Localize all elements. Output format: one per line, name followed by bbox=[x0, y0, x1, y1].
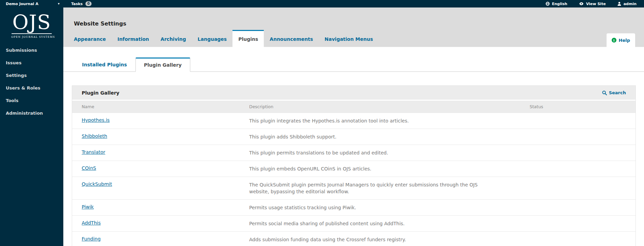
table-row: QuickSubmit The QuickSubmit plugin permi… bbox=[72, 177, 635, 200]
view-site-label: View Site bbox=[586, 2, 606, 6]
sidebar-item-label: Administration bbox=[6, 111, 43, 116]
plugin-name-link[interactable]: QuickSubmit bbox=[82, 181, 112, 187]
settings-tab-label: Archiving bbox=[161, 36, 186, 42]
plugins-subtab[interactable]: Plugin Gallery bbox=[135, 58, 190, 72]
sidebar-item-label: Users & Roles bbox=[6, 85, 41, 91]
column-header-description: Description bbox=[249, 101, 530, 113]
table-row: COinS This plugin embeds OpenURL COinS i… bbox=[72, 161, 635, 177]
sidebar-item[interactable]: Issues bbox=[0, 56, 63, 69]
settings-tab[interactable]: Appearance bbox=[68, 30, 112, 47]
main-area: Website Settings Appearance Information … bbox=[63, 7, 644, 246]
sidebar-item[interactable]: Settings bbox=[0, 69, 63, 82]
plugin-gallery-panel-header: Plugin Gallery Search bbox=[72, 86, 635, 101]
plugins-subtab[interactable]: Installed Plugins bbox=[74, 57, 135, 71]
ojs-logo-subtitle: OPEN JOURNAL SYSTEMS bbox=[11, 35, 52, 38]
search-button[interactable]: Search bbox=[602, 90, 626, 95]
plugin-name-link[interactable]: Piwik bbox=[82, 204, 94, 210]
journal-switcher[interactable]: Demo Journal A ▾ bbox=[0, 2, 60, 6]
plugin-name-link[interactable]: Shibboleth bbox=[82, 133, 107, 139]
plugin-description: This plugin adds Shibboleth support. bbox=[249, 133, 487, 140]
plugin-description: Permits usage statistics tracking using … bbox=[249, 204, 487, 211]
settings-tab[interactable]: Plugins bbox=[232, 30, 264, 47]
plugin-description: This plugin embeds OpenURL COinS in OJS … bbox=[249, 165, 487, 172]
settings-tab-label: Announcements bbox=[270, 36, 313, 42]
panel-title: Plugin Gallery bbox=[82, 90, 119, 96]
plugin-table-body: Hypothes.is This plugin integrates the H… bbox=[72, 113, 635, 246]
language-label: English bbox=[552, 2, 567, 6]
plugin-description: The QuickSubmit plugin permits Journal M… bbox=[249, 181, 487, 195]
search-label: Search bbox=[609, 90, 626, 95]
sidebar-item-label: Tools bbox=[6, 98, 18, 103]
settings-tab[interactable]: Languages bbox=[192, 30, 233, 47]
sidebar-item-label: Settings bbox=[6, 73, 27, 78]
sidebar-item-label: Submissions bbox=[6, 48, 37, 53]
table-row: Funding Adds submission funding data usi… bbox=[72, 232, 635, 246]
settings-tab-label: Appearance bbox=[74, 36, 106, 42]
tasks-label: Tasks bbox=[71, 2, 83, 6]
sidebar-item[interactable]: Administration bbox=[0, 107, 63, 119]
tasks-button[interactable]: Tasks 0 bbox=[71, 1, 92, 6]
page-header: Website Settings Appearance Information … bbox=[63, 7, 644, 47]
plugin-name-link[interactable]: Translator bbox=[82, 149, 105, 155]
plugins-subtab-label: Installed Plugins bbox=[82, 62, 127, 67]
settings-tab[interactable]: Archiving bbox=[155, 30, 192, 47]
plugins-subtabs: Installed Plugins Plugin Gallery bbox=[63, 57, 644, 72]
search-icon bbox=[602, 91, 607, 95]
tasks-count-badge: 0 bbox=[85, 1, 92, 6]
user-menu[interactable]: admin bbox=[617, 2, 637, 6]
view-site-link[interactable]: View Site bbox=[579, 2, 606, 6]
settings-tab-label: Information bbox=[117, 36, 149, 42]
settings-tab[interactable]: Navigation Menus bbox=[319, 30, 379, 47]
table-header-row: Name Description Status bbox=[72, 101, 635, 113]
user-label: admin bbox=[624, 2, 637, 6]
plugin-table: Name Description Status Hypothes.is This… bbox=[72, 101, 635, 246]
help-button[interactable]: i Help bbox=[607, 33, 635, 47]
sidebar-nav: Submissions Issues Settings Users & Role… bbox=[0, 44, 63, 119]
plugin-description: This plugin permits translations to be u… bbox=[249, 149, 487, 156]
user-icon bbox=[617, 2, 621, 6]
plugin-description: This plugin integrates the Hypothes.is a… bbox=[249, 117, 487, 124]
table-row: Hypothes.is This plugin integrates the H… bbox=[72, 113, 635, 129]
eye-icon bbox=[579, 2, 584, 5]
table-row: Piwik Permits usage statistics tracking … bbox=[72, 200, 635, 216]
settings-tab-label: Languages bbox=[198, 36, 227, 42]
plugin-description: Adds submission funding data using the C… bbox=[249, 236, 487, 243]
sidebar-item-label: Issues bbox=[6, 60, 21, 65]
sidebar: OJS OPEN JOURNAL SYSTEMS Submissions Iss… bbox=[0, 7, 63, 246]
tab-content: Installed Plugins Plugin Gallery Plugin … bbox=[63, 57, 644, 246]
page-title: Website Settings bbox=[74, 20, 126, 27]
plugins-subtab-label: Plugin Gallery bbox=[144, 62, 182, 68]
ojs-logo-acronym: OJS bbox=[12, 12, 52, 34]
settings-tab[interactable]: Announcements bbox=[264, 30, 319, 47]
settings-tab-label: Navigation Menus bbox=[325, 36, 373, 42]
column-header-name: Name bbox=[72, 101, 249, 113]
help-label: Help bbox=[619, 38, 630, 43]
plugin-name-link[interactable]: Hypothes.is bbox=[82, 117, 110, 123]
sidebar-item[interactable]: Tools bbox=[0, 94, 63, 107]
table-row: Shibboleth This plugin adds Shibboleth s… bbox=[72, 129, 635, 145]
plugin-name-link[interactable]: COinS bbox=[82, 165, 96, 171]
language-menu[interactable]: English bbox=[546, 2, 567, 6]
settings-tabs: Appearance Information Archiving Languag… bbox=[68, 30, 379, 47]
plugin-name-link[interactable]: Funding bbox=[82, 236, 101, 242]
top-bar: Demo Journal A ▾ Tasks 0 English View Si… bbox=[0, 0, 644, 7]
table-row: Translator This plugin permits translati… bbox=[72, 145, 635, 161]
table-row: AddThis Permits social media sharing of … bbox=[72, 216, 635, 232]
settings-tab[interactable]: Information bbox=[112, 30, 155, 47]
journal-name: Demo Journal A bbox=[6, 2, 38, 6]
column-header-status: Status bbox=[530, 101, 635, 113]
ojs-logo[interactable]: OJS OPEN JOURNAL SYSTEMS bbox=[11, 12, 52, 38]
settings-tab-label: Plugins bbox=[238, 36, 258, 42]
plugin-name-link[interactable]: AddThis bbox=[82, 220, 101, 226]
globe-icon bbox=[546, 2, 550, 6]
info-icon: i bbox=[612, 38, 616, 43]
sidebar-item[interactable]: Users & Roles bbox=[0, 82, 63, 94]
plugin-description: Permits social media sharing of publishe… bbox=[249, 220, 487, 227]
sidebar-item[interactable]: Submissions bbox=[0, 44, 63, 56]
plugin-gallery-panel: Plugin Gallery Search Name Description S… bbox=[72, 85, 636, 246]
chevron-down-icon: ▾ bbox=[58, 2, 60, 5]
topbar-right: English View Site admin bbox=[546, 2, 644, 6]
